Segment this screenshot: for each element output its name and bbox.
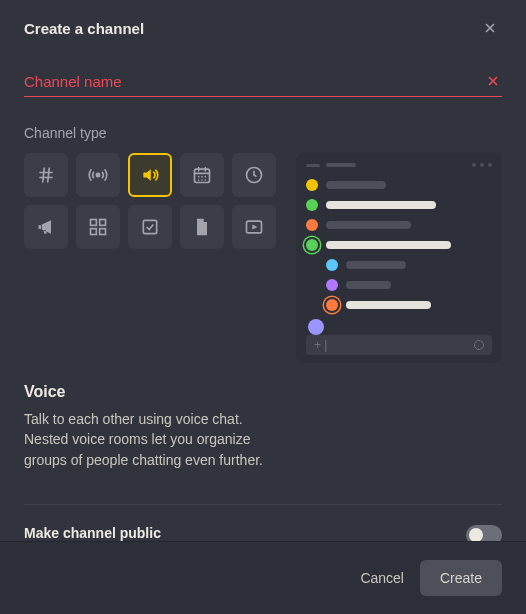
public-row: Make channel public People who aren't a … [24,525,502,541]
channel-type-preview: + | [296,153,502,363]
type-text-button[interactable] [24,153,68,197]
public-toggle[interactable] [466,525,502,541]
megaphone-icon [36,217,56,237]
modal-header: Create a channel [0,0,526,48]
close-button[interactable] [478,16,502,40]
svg-point-0 [96,173,99,176]
preview-lines [306,179,492,335]
modal-body: Channel type [0,48,526,541]
checkbox-icon [140,217,160,237]
signal-icon [88,165,108,185]
channel-type-label: Channel type [24,125,502,141]
circle-icon [474,340,484,350]
x-icon [485,73,501,89]
modal-footer: Cancel Create [0,541,526,614]
clear-name-button[interactable] [484,72,502,90]
type-calendar-button[interactable] [180,153,224,197]
doc-icon [192,217,212,237]
type-voice-button[interactable] [128,153,172,197]
svg-rect-4 [100,220,106,226]
selected-type-desc: Talk to each other using voice chat. Nes… [24,409,279,470]
cancel-button[interactable]: Cancel [360,570,404,586]
svg-rect-3 [91,220,97,226]
channel-type-row: + | [24,153,502,363]
modal-title: Create a channel [24,20,144,37]
type-stream-button[interactable] [76,153,120,197]
type-doc-button[interactable] [180,205,224,249]
type-forum-button[interactable] [76,205,120,249]
calendar-icon [192,165,212,185]
play-icon [244,217,264,237]
preview-avatar [308,319,324,335]
preview-input: + | [306,335,492,355]
grid-icon [88,217,108,237]
channel-name-field [24,72,502,97]
type-list-button[interactable] [128,205,172,249]
channel-type-grid [24,153,276,363]
hash-icon [36,165,56,185]
svg-rect-5 [91,229,97,235]
svg-rect-6 [100,229,106,235]
volume-icon [140,165,160,185]
type-announce-button[interactable] [24,205,68,249]
channel-name-input[interactable] [24,73,484,90]
divider [24,504,502,505]
clock-icon [244,165,264,185]
public-title: Make channel public [24,525,450,541]
type-schedule-button[interactable] [232,153,276,197]
create-channel-modal: Create a channel Channel type [0,0,526,614]
create-button[interactable]: Create [420,560,502,596]
preview-header [306,163,492,167]
type-media-button[interactable] [232,205,276,249]
close-icon [482,20,498,36]
plus-icon: + | [314,338,327,352]
selected-type-name: Voice [24,383,502,401]
svg-rect-7 [143,220,156,233]
